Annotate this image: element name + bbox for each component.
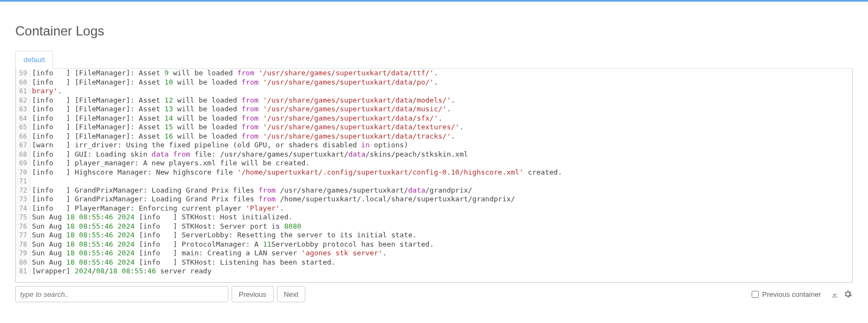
line-number: 71: [19, 177, 27, 186]
log-line: [info ] [FileManager]: Asset 9 will be l…: [32, 69, 852, 78]
line-number: 77: [19, 231, 27, 240]
log-line: [wrapper] 2024/08/18 08:55:46 server rea…: [32, 267, 852, 276]
log-line: [info ] [FileManager]: Asset 12 will be …: [32, 96, 852, 105]
previous-container-checkbox[interactable]: [752, 291, 759, 298]
next-button[interactable]: Next: [277, 286, 306, 302]
line-number: 72: [19, 186, 27, 195]
page-title: Container Logs: [15, 23, 853, 39]
line-number: 80: [19, 258, 27, 267]
log-line: Sun Aug 18 08:55:46 2024 [info ] STKHost…: [32, 258, 852, 267]
previous-button[interactable]: Previous: [232, 286, 274, 302]
line-number: 66: [19, 132, 27, 141]
log-line: Sun Aug 18 08:55:46 2024 [info ] STKHost…: [32, 213, 852, 222]
log-line: [info ] [FileManager]: Asset 10 will be …: [32, 78, 852, 87]
log-line: Sun Aug 18 08:55:46 2024 [info ] main: C…: [32, 249, 852, 258]
line-number: 59: [19, 69, 27, 78]
log-line: [info ] PlayerManager: Enforcing current…: [32, 204, 852, 213]
log-line: [info ] [FileManager]: Asset 16 will be …: [32, 132, 852, 141]
line-number: 61: [19, 87, 27, 96]
line-number: 78: [19, 240, 27, 249]
line-number: 67: [19, 141, 27, 150]
gear-icon[interactable]: [843, 289, 853, 299]
tab-default[interactable]: default: [15, 51, 53, 69]
log-line: Sun Aug 18 08:55:46 2024 [info ] ServerL…: [32, 231, 852, 240]
line-number: 70: [19, 168, 27, 177]
log-line: [info ] Highscore Manager: New highscore…: [32, 168, 852, 177]
log-line: [info ] [FileManager]: Asset 13 will be …: [32, 105, 852, 114]
log-line: [info ] GrandPrixManager: Loading Grand …: [32, 186, 852, 195]
log-line: [info ] GrandPrixManager: Loading Grand …: [32, 195, 852, 204]
line-number: 75: [19, 213, 27, 222]
line-number: 65: [19, 123, 27, 132]
line-number: 69: [19, 159, 27, 168]
search-input[interactable]: [15, 286, 228, 302]
log-line: [warn ] irr_driver: Using the fixed pipe…: [32, 141, 852, 150]
log-line: [32, 177, 852, 186]
log-line: Sun Aug 18 08:55:46 2024 [info ] Protoco…: [32, 240, 852, 249]
line-number: 73: [19, 195, 27, 204]
tabs-bar: default: [15, 51, 853, 69]
line-number: 60: [19, 78, 27, 87]
line-number: 68: [19, 150, 27, 159]
log-line: Sun Aug 18 08:55:46 2024 [info ] STKHost…: [32, 222, 852, 231]
log-line: [info ] GUI: Loading skin data from file…: [32, 150, 852, 159]
log-line: brary'.: [32, 87, 852, 96]
line-number: 76: [19, 222, 27, 231]
line-number: 74: [19, 204, 27, 213]
line-number: 81: [19, 267, 27, 276]
footer-bar: Previous Next Previous container: [15, 286, 853, 302]
line-number: 62: [19, 96, 27, 105]
previous-container-label: Previous container: [762, 290, 821, 298]
log-viewer[interactable]: 5960616263646566676869707172737475767778…: [15, 69, 853, 283]
log-line: [info ] player_manager: A new players.xm…: [32, 159, 852, 168]
line-number: 79: [19, 249, 27, 258]
line-number: 64: [19, 114, 27, 123]
download-icon[interactable]: [830, 289, 840, 299]
log-line: [info ] [FileManager]: Asset 14 will be …: [32, 114, 852, 123]
log-lines: [info ] [FileManager]: Asset 9 will be l…: [31, 69, 852, 276]
main-container: Container Logs default 59606162636465666…: [0, 2, 868, 312]
previous-container-toggle[interactable]: Previous container: [752, 290, 821, 298]
line-number: 63: [19, 105, 27, 114]
log-line: [info ] [FileManager]: Asset 15 will be …: [32, 123, 852, 132]
line-number-gutter: 5960616263646566676869707172737475767778…: [16, 69, 31, 276]
